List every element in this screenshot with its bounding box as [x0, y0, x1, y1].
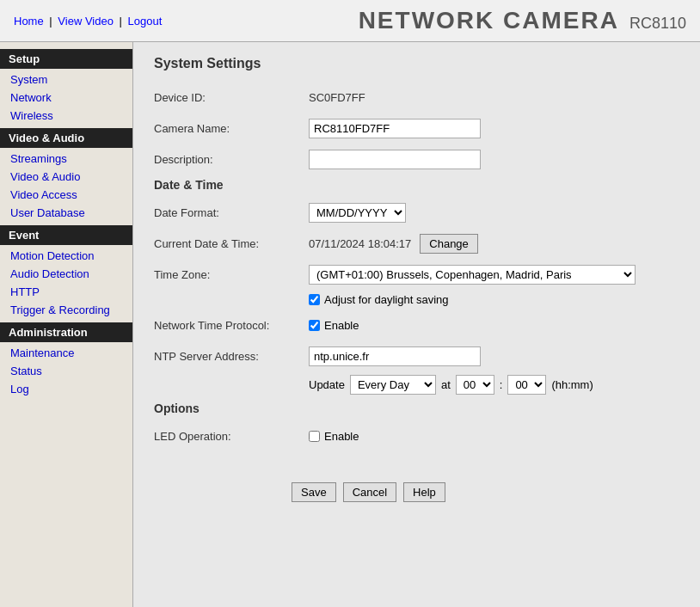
sidebar-item-log[interactable]: Log: [0, 380, 132, 398]
sidebar-item-trigger-recording[interactable]: Trigger & Recording: [0, 301, 132, 319]
led-enable-label: Enable: [324, 430, 359, 443]
view-video-link[interactable]: View Video: [58, 15, 114, 28]
current-datetime-row: Current Date & Time: 07/11/2024 18:04:17…: [154, 231, 679, 255]
daylight-saving-row: Adjust for daylight saving: [309, 293, 679, 306]
save-button[interactable]: Save: [292, 482, 336, 502]
sidebar-item-video-audio[interactable]: Video & Audio: [0, 168, 132, 186]
ntp-enable-checkbox[interactable]: [309, 320, 320, 331]
sidebar-header-administration: Administration: [0, 322, 132, 342]
sidebar-item-network[interactable]: Network: [0, 89, 132, 107]
camera-name-row: Camera Name:: [154, 116, 679, 140]
nav-sep2: |: [120, 15, 122, 28]
brand-model: RC8110: [629, 15, 686, 33]
ntp-server-label: NTP Server Address:: [154, 350, 309, 363]
at-label: at: [441, 378, 451, 391]
date-format-row: Date Format: MM/DD/YYYY DD/MM/YYYY YYYY/…: [154, 200, 679, 224]
brand-title: NETWORK CAMERA: [359, 7, 619, 34]
update-frequency-select[interactable]: Every Day Every Hour Every Week: [350, 375, 436, 395]
page-title: System Settings: [154, 56, 679, 75]
header-brand: NETWORK CAMERA RC8110: [359, 7, 686, 34]
hour-select[interactable]: 00010203 04050607 08091011 12131415 1617…: [456, 375, 494, 395]
minute-select[interactable]: 00153045: [507, 375, 546, 395]
date-format-label: Date Format:: [154, 206, 309, 219]
colon-separator: :: [500, 378, 503, 391]
sidebar-item-video-access[interactable]: Video Access: [0, 186, 132, 204]
ntp-row: Network Time Protocol: Enable: [154, 313, 679, 337]
sidebar-item-wireless[interactable]: Wireless: [0, 107, 132, 125]
camera-name-input[interactable]: [309, 119, 481, 138]
description-input[interactable]: [309, 150, 481, 169]
nav-sep1: |: [49, 15, 52, 28]
update-row: Update Every Day Every Hour Every Week a…: [309, 375, 679, 395]
cancel-button[interactable]: Cancel: [343, 482, 396, 502]
logout-link[interactable]: Logout: [128, 15, 163, 28]
date-format-select[interactable]: MM/DD/YYYY DD/MM/YYYY YYYY/MM/DD: [309, 203, 406, 223]
timezone-select[interactable]: (GMT+01:00) Brussels, Copenhagen, Madrid…: [309, 265, 636, 285]
sidebar-section-setup: Setup System Network Wireless: [0, 49, 132, 125]
timezone-label: Time Zone:: [154, 268, 309, 281]
daylight-saving-label: Adjust for daylight saving: [324, 293, 449, 306]
led-row: LED Operation: Enable: [154, 424, 679, 448]
header-nav: Home | View Video | Logout: [14, 15, 162, 28]
sidebar-header-event: Event: [0, 225, 132, 245]
sidebar-section-event: Event Motion Detection Audio Detection H…: [0, 225, 132, 319]
main-content: System Settings Device ID: SC0FD7FF Came…: [133, 42, 700, 607]
sidebar-item-motion-detection[interactable]: Motion Detection: [0, 247, 132, 265]
sidebar-section-administration: Administration Maintenance Status Log: [0, 322, 132, 398]
led-label: LED Operation:: [154, 430, 309, 443]
description-row: Description:: [154, 147, 679, 171]
current-datetime-label: Current Date & Time:: [154, 237, 309, 250]
sidebar: Setup System Network Wireless Video & Au…: [0, 42, 133, 607]
sidebar-item-streamings[interactable]: Streamings: [0, 150, 132, 168]
description-label: Description:: [154, 153, 309, 166]
device-id-value: SC0FD7FF: [309, 91, 365, 104]
sidebar-item-maintenance[interactable]: Maintenance: [0, 344, 132, 362]
sidebar-header-setup: Setup: [0, 49, 132, 69]
sidebar-item-audio-detection[interactable]: Audio Detection: [0, 265, 132, 283]
sidebar-item-http[interactable]: HTTP: [0, 283, 132, 301]
footer-buttons: Save Cancel Help: [292, 482, 679, 502]
hhmm-label: (hh:mm): [551, 378, 593, 391]
home-link[interactable]: Home: [14, 15, 44, 28]
options-title: Options: [154, 402, 679, 415]
sidebar-item-user-database[interactable]: User Database: [0, 204, 132, 222]
camera-name-label: Camera Name:: [154, 122, 309, 135]
update-label: Update: [309, 378, 345, 391]
ntp-enable-label: Enable: [324, 319, 359, 332]
help-button[interactable]: Help: [403, 482, 445, 502]
current-datetime-value: 07/11/2024 18:04:17: [309, 237, 411, 250]
timezone-row: Time Zone: (GMT+01:00) Brussels, Copenha…: [154, 262, 679, 286]
device-id-row: Device ID: SC0FD7FF: [154, 85, 679, 109]
sidebar-item-status[interactable]: Status: [0, 362, 132, 380]
date-time-title: Date & Time: [154, 178, 679, 192]
ntp-server-input[interactable]: [309, 346, 481, 366]
sidebar-item-system[interactable]: System: [0, 71, 132, 89]
device-id-label: Device ID:: [154, 91, 309, 104]
sidebar-header-video-audio: Video & Audio: [0, 128, 132, 148]
ntp-server-row: NTP Server Address:: [154, 344, 679, 368]
sidebar-section-video-audio: Video & Audio Streamings Video & Audio V…: [0, 128, 132, 222]
daylight-saving-checkbox[interactable]: [309, 294, 320, 305]
led-enable-checkbox[interactable]: [309, 431, 320, 442]
change-button[interactable]: Change: [420, 234, 478, 254]
ntp-label: Network Time Protocol:: [154, 319, 309, 332]
